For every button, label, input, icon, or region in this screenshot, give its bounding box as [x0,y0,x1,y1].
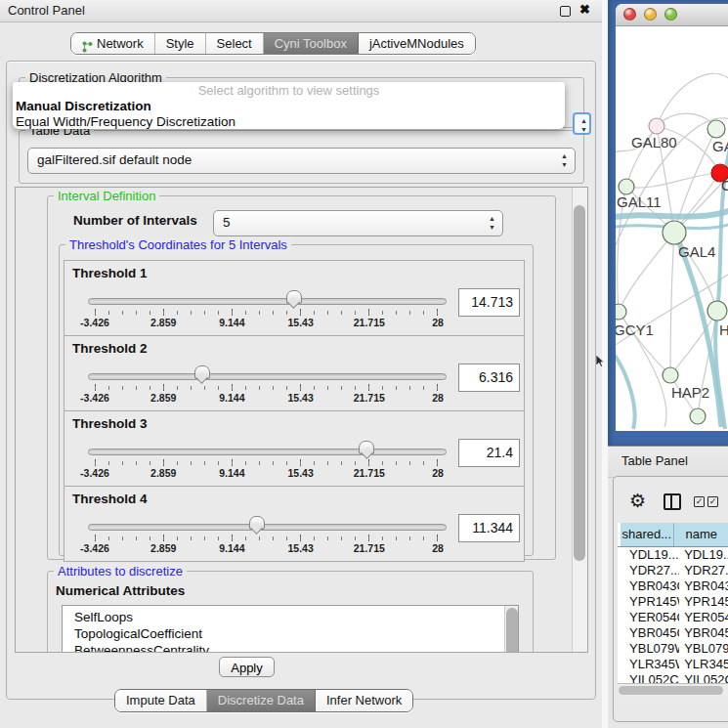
threshold-label: Threshold 2 [72,341,148,356]
scale-tick-label: 28 [432,467,444,479]
settings-scroll-area: Interval Definition Number of Intervals … [15,187,588,653]
tab-label: Discretize Data [218,690,304,711]
tab[interactable]: Select [206,33,264,54]
close-icon[interactable] [579,2,593,18]
list-scrollbar[interactable] [504,606,518,653]
tab[interactable]: Network [71,33,155,54]
network-node[interactable] [707,120,725,138]
network-node[interactable] [707,301,727,321]
bottom-tab-bar: Impute Data Discretize Data Infer Networ… [114,689,413,712]
tab[interactable]: jActiveMNodules [359,33,475,54]
mouse-cursor [596,355,605,367]
scale-tick-label: 9.144 [219,392,244,404]
threshold-label: Threshold 1 [72,266,148,280]
tab-label: Cyni Toolbox [275,33,347,54]
table-row[interactable]: YBR043C YBR043C [618,578,728,594]
algorithm-combo[interactable] [573,112,591,135]
checkbox-checked-icon[interactable] [694,496,705,507]
cell-shared-name: YDL19... [621,547,679,563]
cell-shared-name: YPR145W [621,594,679,610]
attribute-list-item[interactable]: BetweennessCentrality [63,642,518,653]
slider-track[interactable] [88,373,447,380]
threshold-slider[interactable]: -3.426 2.859 9.144 15.43 21.715 28 [88,516,445,557]
threshold-slider[interactable]: -3.426 2.859 9.144 15.43 21.715 28 [88,365,445,407]
network-node[interactable] [663,367,678,383]
gear-icon[interactable] [629,490,646,512]
cell-shared-name: YBR043C [621,578,679,594]
settings-scrollbar[interactable] [572,188,587,652]
threshold-slider[interactable]: -3.426 2.859 9.144 15.43 21.715 28 [88,290,445,331]
table-row[interactable]: YBL079W YBL079W [618,641,728,657]
traffic-light-button[interactable] [623,8,636,21]
float-window-icon[interactable] [560,6,571,17]
group-title: Attributes to discretize [54,564,187,578]
slider-scale-labels: -3.426 2.859 9.144 15.43 21.715 28 [95,542,438,555]
network-node[interactable] [690,408,706,424]
table-row[interactable]: YDR27... YDR27... [618,563,728,578]
dropdown-option[interactable]: Equal Width/Frequency Discretization [13,114,565,130]
tab[interactable]: Style [155,33,206,54]
column-header-shared-name[interactable]: shared... [621,523,674,546]
threshold-value-field[interactable]: 11.344 [458,514,520,542]
threshold-slider[interactable]: -3.426 2.859 9.144 15.43 21.715 28 [88,441,445,482]
checkbox-checked-icon[interactable] [707,496,718,507]
table-panel-titlebar: Table Panel [608,446,728,478]
network-node[interactable] [616,304,626,320]
cell-shared-name: YLR345W [621,657,679,672]
network-node[interactable] [619,179,634,194]
numerical-attributes-list[interactable]: SelfLoops TopologicalCoefficient Between… [62,605,519,653]
table-hscrollbar-thumb[interactable] [619,686,723,695]
cell-name: YLR345W [679,657,728,672]
table-data-combo[interactable]: galFiltered.sif default node [27,148,576,174]
scale-tick-label: 15.43 [287,542,313,554]
network-node[interactable] [663,221,686,244]
network-node-label: GAL11 [617,193,662,210]
number-of-intervals-combo[interactable]: 5 [213,210,503,236]
threshold-label: Threshold 4 [72,492,148,506]
tab-label: Style [166,33,194,54]
table-hscrollbar[interactable] [618,683,728,697]
network-canvas[interactable]: GAL80GACGAL11GAL4GCY1HHAP2 [616,26,728,431]
scale-tick-label: 2.859 [150,467,176,479]
attribute-list-item[interactable]: TopologicalCoefficient [63,625,518,642]
slider-thumb[interactable] [359,441,374,454]
cell-name: YBR045C [679,625,728,641]
slider-track[interactable] [88,298,447,305]
tab[interactable]: Cyni Toolbox [264,33,359,54]
network-node[interactable] [649,118,664,134]
traffic-light-button[interactable] [664,8,677,21]
dropdown-option[interactable]: Manual Discretization [13,99,565,114]
scale-tick-label: -3.426 [80,467,109,479]
slider-track[interactable] [88,449,447,455]
column-header-name[interactable]: name [674,523,728,546]
table-row[interactable]: YPR145W YPR145W [618,594,728,610]
scale-tick-label: 28 [432,542,444,554]
table-row[interactable]: YER054C YER054C [618,610,728,625]
slider-thumb[interactable] [286,290,302,304]
table-row[interactable]: YIL052C YIL052C [618,672,728,683]
network-window: GAL80GACGAL11GAL4GCY1HHAP2 [616,4,728,431]
dropdown-option-label: Manual Discretization [16,99,151,113]
table-row[interactable]: YBR045C YBR045C [618,625,728,641]
slider-thumb[interactable] [194,365,210,379]
slider-thumb[interactable] [249,516,265,530]
table-row[interactable]: YLR345W YLR345W [618,657,728,672]
threshold-value-field[interactable]: 6.316 [458,364,520,392]
tab[interactable]: Discretize Data [207,690,316,711]
threshold-value-field[interactable]: 21.4 [458,439,520,467]
attribute-list-item[interactable]: SelfLoops [63,609,518,625]
traffic-light-button[interactable] [644,8,657,21]
slider-track[interactable] [88,524,447,531]
network-node-label: GA [712,138,728,154]
settings-scrollbar-thumb[interactable] [574,205,585,561]
apply-button[interactable]: Apply [219,657,275,677]
threshold-value-field[interactable]: 14.713 [458,288,520,317]
table-row[interactable]: YDL19... YDL19... [618,547,728,563]
panel-title: Control Panel [8,3,85,18]
split-columns-icon[interactable] [664,493,681,510]
list-scrollbar-thumb[interactable] [506,608,518,653]
dropdown-items: Manual Discretization Equal Width/Freque… [13,99,565,130]
scale-tick-label: 2.859 [150,317,176,328]
tab[interactable]: Infer Network [316,690,412,711]
tab[interactable]: Impute Data [115,690,207,711]
